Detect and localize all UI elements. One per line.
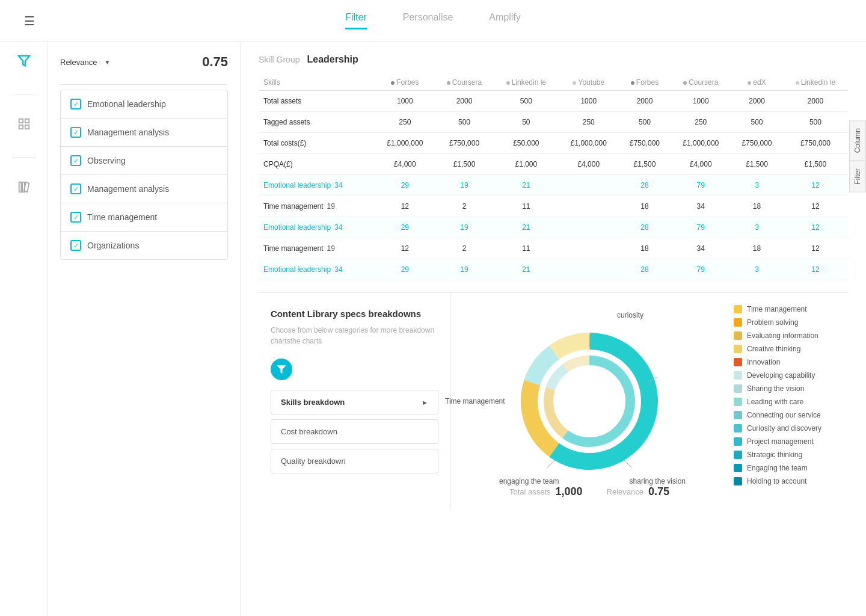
legend-label: Engaging the team — [747, 464, 808, 472]
cell-value: 50 — [494, 112, 559, 133]
tab-personalise[interactable]: Personalise — [403, 12, 453, 29]
cell-value: £1,500 — [783, 154, 848, 175]
cell-skill: Emotional leadership34 — [259, 217, 375, 238]
skill-item-2[interactable]: Management analysis — [61, 119, 227, 147]
cell-value — [559, 259, 619, 280]
cell-value: £750,000 — [619, 133, 671, 154]
checkbox-4[interactable] — [70, 183, 81, 194]
cell-value: 34 — [671, 196, 731, 217]
skill-item-3[interactable]: Observing — [61, 147, 227, 175]
checkbox-2[interactable] — [70, 127, 81, 138]
cell-value: 2000 — [619, 91, 671, 112]
cell-value: £1,000,000 — [375, 133, 435, 154]
checkbox-6[interactable] — [70, 240, 81, 251]
legend-item: Sharing the vision — [734, 384, 842, 393]
legend-label: Creative thinking — [747, 345, 800, 353]
cell-value: £4,000 — [671, 154, 731, 175]
tab-amplify[interactable]: Amplify — [489, 12, 520, 29]
cell-value: £750,000 — [731, 133, 783, 154]
cell-skill: CPQA(£) — [259, 154, 375, 175]
cell-value: 79 — [671, 259, 731, 280]
svg-marker-0 — [18, 56, 29, 66]
skill-name-2: Management analysis — [87, 128, 169, 137]
table-section: Skill Group Leadership Skills Forbes Cou… — [259, 54, 848, 280]
table-row: Emotional leadership342919212879312 — [259, 217, 848, 238]
legend-color — [734, 477, 742, 485]
skill-item-4[interactable]: Management analysis — [61, 175, 227, 203]
relevance-dropdown[interactable]: ▼ — [104, 59, 110, 66]
svg-rect-5 — [19, 182, 21, 192]
cell-value: 18 — [619, 196, 671, 217]
skill-name-4: Management analysis — [87, 184, 169, 194]
svg-line-22 — [547, 460, 554, 467]
cell-value: £1,000 — [494, 154, 559, 175]
table-row: Total assets1000200050010002000100020002… — [259, 91, 848, 112]
divider-1 — [60, 84, 228, 85]
cell-value: 500 — [731, 112, 783, 133]
filter-icon[interactable] — [17, 54, 31, 71]
svg-marker-7 — [277, 365, 286, 374]
cell-value: £1,500 — [619, 154, 671, 175]
cell-value: 19 — [435, 217, 494, 238]
skill-name-1: Emotional leadership — [87, 99, 166, 109]
filter-panel: Relevance ▼ 0.75 Emotional leadership Ma… — [48, 42, 241, 616]
cell-value: 12 — [783, 217, 848, 238]
side-tabs: Column Filter — [849, 120, 866, 192]
skill-item-6[interactable]: Organizations — [61, 232, 227, 259]
cell-skill: Emotional leadership34 — [259, 175, 375, 196]
hamburger-menu[interactable]: ☰ — [24, 14, 35, 28]
cell-value: 12 — [375, 238, 435, 259]
legend-label: Innovation — [747, 358, 780, 366]
legend-item: Strategic thinking — [734, 451, 842, 459]
checkbox-5[interactable] — [70, 212, 81, 223]
chart-label-bottom-left: engaging the team — [499, 477, 559, 485]
cell-value: 2 — [435, 196, 494, 217]
cell-value: 21 — [494, 217, 559, 238]
breakdowns-title: Content Library specs breakdowns — [271, 307, 438, 320]
legend-item: Creative thinking — [734, 345, 842, 353]
legend-color — [734, 305, 742, 313]
cell-value — [559, 217, 619, 238]
legend-item: Innovation — [734, 358, 842, 366]
content-panel: Skill Group Leadership Skills Forbes Cou… — [241, 42, 866, 616]
quality-breakdown-btn[interactable]: Quality breakdown — [271, 449, 438, 473]
library-icon[interactable] — [17, 180, 31, 197]
chart-label-bottom-right: sharing the vision — [630, 477, 686, 485]
checkbox-3[interactable] — [70, 155, 81, 166]
table-row: Tagged assets25050050250500250500500 — [259, 112, 848, 133]
cell-value: 500 — [783, 112, 848, 133]
filter-tab[interactable]: Filter — [849, 161, 866, 192]
cell-value: 34 — [671, 238, 731, 259]
relevance-stat-label: Relevance — [607, 487, 643, 496]
cost-breakdown-label: Cost breakdown — [281, 427, 337, 436]
cell-value: 3 — [731, 217, 783, 238]
cell-value: 2000 — [435, 91, 494, 112]
skill-group-header: Skill Group Leadership — [259, 54, 848, 65]
cell-value: 28 — [619, 175, 671, 196]
legend-label: Developing capability — [747, 371, 815, 380]
legend-color — [734, 424, 742, 433]
tab-filter[interactable]: Filter — [345, 12, 367, 29]
skill-list: Emotional leadership Management analysis… — [60, 90, 228, 260]
cost-breakdown-btn[interactable]: Cost breakdown — [271, 419, 438, 444]
checkbox-1[interactable] — [70, 99, 81, 109]
legend-label: Evaluating information — [747, 331, 818, 340]
skill-item-5[interactable]: Time management — [61, 203, 227, 232]
legend-color — [734, 331, 742, 340]
skills-breakdown-btn[interactable]: Skills breakdown ► — [271, 390, 438, 414]
table-row: Time management191221118341812 — [259, 238, 848, 259]
cell-value: 1000 — [671, 91, 731, 112]
col-skills: Skills — [259, 75, 375, 91]
legend-label: Strategic thinking — [747, 451, 802, 459]
cell-value: 3 — [731, 175, 783, 196]
column-tab[interactable]: Column — [849, 120, 866, 161]
filter-circle-icon — [271, 359, 292, 380]
relevance-value: 0.75 — [202, 54, 228, 70]
legend-color — [734, 318, 742, 327]
skill-item-1[interactable]: Emotional leadership — [61, 90, 227, 119]
cell-value: 2000 — [731, 91, 783, 112]
grid-icon[interactable] — [17, 117, 31, 134]
cell-value: £750,000 — [783, 133, 848, 154]
legend-item: Engaging the team — [734, 464, 842, 472]
chart-label-left: Time management — [445, 397, 505, 405]
